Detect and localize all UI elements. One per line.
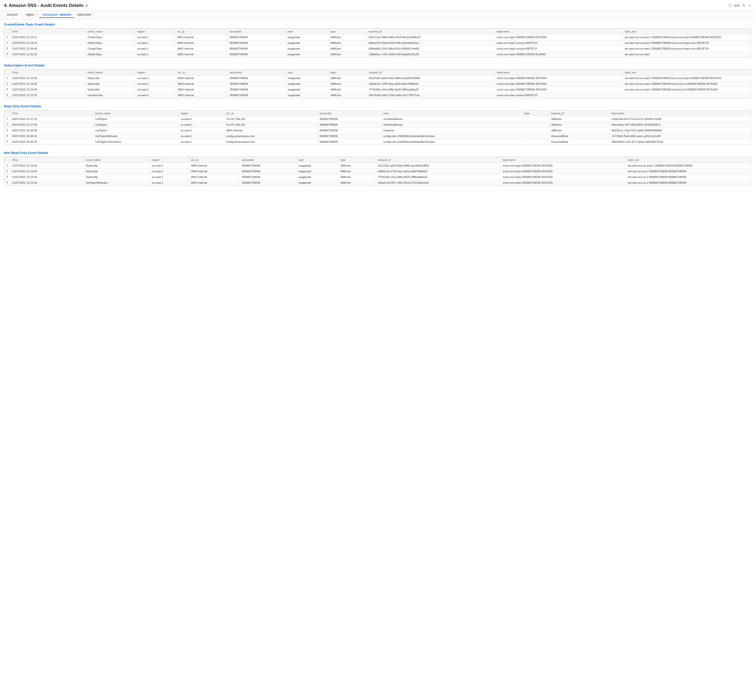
cell-time: 26/07/2022 04:36:42 <box>10 139 93 145</box>
cell-event-name: CreateTopic <box>85 46 135 52</box>
col-header-event-name: event_name <box>85 29 135 34</box>
cell-topicname: sumo-sns-topic-956882708938-45f7b250 <box>495 75 623 81</box>
section-title-read-only: Read Only Event Details <box>4 104 751 108</box>
cell-topicname: sumo-sns-topic-956882708938-45f7b250 <box>501 180 626 186</box>
table-non-read-only: Timeevent_nameregionsrc_ipaccountidusert… <box>4 157 751 186</box>
cell-time: 12/07/2022 13:15:59 <box>10 87 85 92</box>
cell-accountid: 956882708938 <box>318 122 381 128</box>
cell-user: cloudhealthuser <box>381 122 522 128</box>
cell-region: us-east-1 <box>179 139 224 145</box>
cell-request-id: 7f7453b8-c22a-586d-8e25-08ffeaddba26 <box>367 87 495 92</box>
filter-asterisk: * <box>34 13 36 16</box>
cell-region: us-east-1 <box>150 180 189 186</box>
col-header-user: user <box>381 111 522 116</box>
section-create-delete: Create/Delete Topic Event DetailsTimeeve… <box>4 23 751 58</box>
time-range[interactable]: 🕐 -30D <box>728 4 740 8</box>
cell-event-name: ListTopics <box>93 122 179 128</box>
col-header-topicname: topicname <box>495 70 623 75</box>
cell-accountid: 956882708938 <box>228 81 285 87</box>
cell-accountid: 956882708938 <box>227 52 285 57</box>
cell-event-name: Subscribe <box>85 81 135 87</box>
col-header-topicname: topicname <box>609 111 750 116</box>
cell-src-ip: AWS Internal <box>224 128 318 133</box>
filter-icon[interactable]: ▽ <box>749 4 751 8</box>
cell-src-ip: config.amazonaws.com <box>224 139 318 145</box>
table-read-only: Timeevent_nameregionsrc_ipaccountidusert… <box>4 110 751 145</box>
cell-user: soagarwal <box>296 174 338 180</box>
table-wrapper-create-delete[interactable]: Timeevent_nameregionsrc_ipaccountidusert… <box>4 28 751 58</box>
cell-region: us-east-1 <box>135 52 175 57</box>
col-header-event-name: event_name <box>85 70 135 75</box>
cell-request-id: 7f7453b8-c22a-586d-8e25-08ffeaddba26 <box>376 174 501 180</box>
col-header-rownum <box>5 70 10 75</box>
cell-event-name: ListTopics <box>93 116 179 122</box>
cell-type: IAMUser <box>338 180 376 186</box>
cell-accountid: 956882708938 <box>228 75 285 81</box>
cell-request-id: e82be14c-57f0-54ac-af3a-ba0b7f08b025 <box>376 169 501 174</box>
row-number: 4 <box>5 52 10 57</box>
cell-time: 26/07/2022 10:39:08 <box>10 128 93 133</box>
cell-topic-arn: arn:aws:sns:us-east-1:956882708938:sumo-… <box>623 81 750 87</box>
table-wrapper-subscription[interactable]: Timeevent_nameregionsrc_ipaccountidusert… <box>4 69 751 98</box>
cell-type: IAMUser <box>338 163 376 169</box>
cell-time: 12/07/2022 13:15:59 <box>10 174 84 180</box>
filter-tab-account[interactable]: account * <box>4 12 23 18</box>
cell-type: IAMUser <box>338 174 376 180</box>
row-number: 3 <box>5 174 10 180</box>
cell-type: IAMUser <box>328 81 367 87</box>
table-row: 326/07/2022 10:39:08ListTopicsus-east-1A… <box>5 128 751 133</box>
table-wrapper-read-only[interactable]: Timeevent_nameregionsrc_ipaccountidusert… <box>4 110 751 145</box>
col-header-user: user <box>296 157 338 163</box>
cell-region: us-east-1 <box>135 81 175 87</box>
cell-time: 12/07/2022 13:16:00 <box>10 163 84 169</box>
row-number: 1 <box>5 116 10 122</box>
cell-user: soagarwal <box>285 92 328 98</box>
col-header-accountid: accountid <box>227 29 285 34</box>
cell-time: 12/07/2022 12:15:10 <box>10 92 85 98</box>
cell-region: us-east-1 <box>150 169 189 174</box>
col-header-region: region <box>179 111 224 116</box>
cell-src-ip: AWS Internal <box>175 92 228 98</box>
cell-event-name: SetTopicAttributes <box>84 180 150 186</box>
col-header-region: region <box>135 70 175 75</box>
cell-user: soagarwal <box>296 163 338 169</box>
cell-topicname: sumo-sns-topic-somya-40678710 <box>495 46 623 52</box>
cell-user: soagarwal <box>285 46 328 52</box>
col-header-user: user <box>285 70 328 75</box>
cell-type <box>522 122 549 128</box>
cell-user: soagarwal <box>296 169 338 174</box>
filter-tab-namespace[interactable]: namespace aws/sns <box>39 12 74 18</box>
cell-request-id: 43aa3c46-0871-5f9c-9019-670120ebca59 <box>376 180 501 186</box>
refresh-icon[interactable]: ↻ <box>743 4 746 8</box>
cell-user: hsharma <box>381 128 522 133</box>
table-wrapper-non-read-only[interactable]: Timeevent_nameregionsrc_ipaccountidusert… <box>4 157 751 186</box>
table-row: 526/07/2022 04:36:42ListTagsForResourceu… <box>5 139 751 145</box>
cell-type: IAMUser <box>328 87 367 92</box>
cell-type <box>522 128 549 133</box>
filter-tab-topicname[interactable]: topicname * <box>74 12 97 18</box>
cell-type: IAMUser <box>338 169 376 174</box>
filter-tab-region[interactable]: region * <box>23 12 39 18</box>
table-row: 112/07/2022 13:16:00Subscribeus-east-1AW… <box>5 163 751 169</box>
filter-asterisk: * <box>91 13 94 16</box>
cell-accountid: 956882708938 <box>318 116 381 122</box>
cell-region: us-east-1 <box>135 34 175 40</box>
cell-type: IAMUser <box>328 46 367 52</box>
col-header-topic-arn: topic_arn <box>625 157 750 163</box>
cell-user: soagarwal <box>296 180 338 186</box>
cell-request-id: 0287c1a4-3886-580e-93c9-9ae3100dbcd3 <box>367 34 495 40</box>
external-link-icon[interactable]: ⧉ <box>86 3 88 8</box>
section-read-only: Read Only Event DetailsTimeevent_namereg… <box>4 104 751 145</box>
cell-src-ip: AWS Internal <box>189 174 240 180</box>
cell-src-ip: AWS Internal <box>175 46 227 52</box>
cell-src-ip: AWS Internal <box>175 75 228 81</box>
filter-key: account <box>7 13 17 16</box>
row-number: 3 <box>5 46 10 52</box>
cell-event-name: Subscribe <box>85 75 135 81</box>
row-number: 4 <box>5 180 10 186</box>
filter-value: aws/sns <box>59 13 71 16</box>
cell-region: us-east-1 <box>135 40 175 46</box>
cell-request-id: AssumedRole <box>549 133 609 139</box>
col-header-topicname: topicname <box>495 29 623 34</box>
col-header-rownum <box>5 157 10 163</box>
